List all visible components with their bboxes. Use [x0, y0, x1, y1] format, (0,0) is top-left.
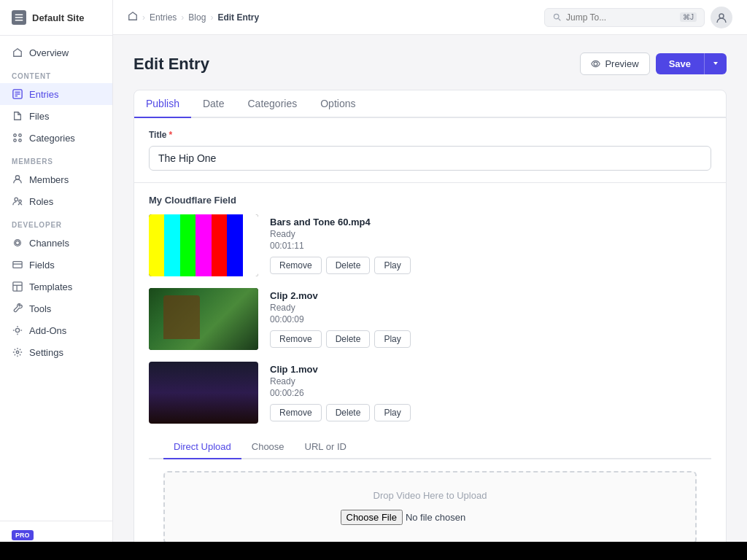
video-thumbnail-1 [149, 214, 258, 276]
delete-button-2[interactable]: Delete [326, 330, 371, 348]
avatar[interactable] [711, 7, 732, 28]
content-area: Edit Entry Preview Save Publish Date [113, 35, 747, 560]
tools-icon [12, 303, 23, 314]
entries-icon [12, 88, 23, 100]
forest-thumbnail [149, 288, 258, 350]
video-thumbnail-3 [149, 362, 258, 424]
svg-point-10 [19, 139, 22, 142]
video-info-2: Clip 2.mov Ready 00:00:09 Remove Delete … [270, 290, 711, 348]
svg-rect-1 [15, 17, 23, 18]
drop-text: Drop Video Here to Upload [182, 490, 678, 501]
sidebar-item-settings[interactable]: Settings [0, 341, 112, 363]
breadcrumb-current: Edit Entry [217, 12, 259, 23]
sidebar-item-channels[interactable]: Channels [0, 232, 112, 254]
sidebar-item-roles[interactable]: Roles [0, 190, 112, 212]
sidebar-item-tools-label: Tools [29, 303, 51, 314]
breadcrumb-home-icon[interactable] [128, 11, 138, 23]
delete-button-1[interactable]: Delete [326, 257, 371, 274]
tab-publish[interactable]: Publish [134, 90, 191, 118]
video-status-3: Ready [270, 376, 711, 386]
breadcrumb-entries[interactable]: Entries [150, 12, 177, 23]
video-filename-3: Clip 1.mov [270, 364, 711, 375]
entry-header: Edit Entry Preview Save [133, 52, 727, 75]
upload-tab-choose[interactable]: Choose [241, 435, 295, 459]
channels-icon [12, 237, 23, 249]
sidebar-item-settings-label: Settings [29, 347, 63, 358]
sidebar-item-entries[interactable]: Entries [0, 83, 112, 105]
bars-thumbnail [149, 214, 258, 276]
search-input[interactable] [566, 12, 676, 23]
svg-point-29 [594, 62, 597, 66]
tab-date[interactable]: Date [191, 90, 236, 118]
sidebar-item-fields[interactable]: Fields [0, 254, 112, 276]
video-item: Clip 1.mov Ready 00:00:26 Remove Delete … [149, 362, 711, 424]
members-icon [12, 174, 23, 185]
video-thumbnail-2 [149, 288, 258, 350]
video-duration-2: 00:00:09 [270, 314, 711, 324]
video-status-1: Ready [270, 229, 711, 239]
play-button-3[interactable]: Play [374, 404, 410, 421]
upload-tab-direct[interactable]: Direct Upload [163, 435, 241, 459]
categories-icon [12, 132, 23, 144]
sidebar-item-templates[interactable]: Templates [0, 276, 112, 298]
sidebar-item-overview[interactable]: Overview [0, 42, 112, 63]
play-button-1[interactable]: Play [374, 257, 410, 274]
cloudflare-section: My Cloudflare Field [134, 183, 726, 560]
form-card: Publish Date Categories Options Title * … [133, 90, 727, 560]
search-icon [552, 12, 562, 22]
svg-rect-15 [13, 262, 22, 268]
sidebar-item-categories[interactable]: Categories [0, 127, 112, 149]
svg-point-28 [719, 14, 724, 18]
sidebar-nav: Overview CONTENT Entries Files Categorie… [0, 36, 112, 521]
video-duration-3: 00:00:26 [270, 388, 711, 398]
delete-button-3[interactable]: Delete [326, 404, 371, 421]
upload-tab-url[interactable]: URL or ID [295, 435, 357, 459]
sidebar-item-overview-label: Overview [29, 47, 69, 58]
sidebar-item-files[interactable]: Files [0, 105, 112, 127]
preview-button[interactable]: Preview [580, 52, 649, 75]
tab-categories[interactable]: Categories [236, 90, 309, 118]
sidebar-item-members[interactable]: Members [0, 168, 112, 190]
svg-point-13 [19, 200, 22, 203]
svg-point-14 [15, 241, 19, 244]
settings-icon [12, 346, 23, 358]
video-actions-3: Remove Delete Play [270, 404, 711, 421]
sidebar-item-addons[interactable]: Add-Ons [0, 319, 112, 341]
dark-thumbnail [149, 362, 258, 424]
topbar: › Entries › Blog › Edit Entry ⌘J [113, 0, 747, 35]
svg-point-11 [15, 176, 19, 179]
sidebar-item-tools[interactable]: Tools [0, 298, 112, 319]
main-area: › Entries › Blog › Edit Entry ⌘J Edit En… [113, 0, 747, 560]
video-status-2: Ready [270, 303, 711, 313]
save-dropdown-button[interactable] [704, 53, 727, 74]
save-button[interactable]: Save [656, 53, 704, 74]
home-icon [12, 47, 23, 58]
remove-button-2[interactable]: Remove [270, 330, 322, 348]
sidebar: Default Site Overview CONTENT Entries Fi… [0, 0, 113, 560]
breadcrumb-sep-3: › [210, 12, 213, 23]
breadcrumb-section[interactable]: Blog [188, 12, 206, 23]
addons-icon [12, 324, 23, 336]
sidebar-item-channels-label: Channels [29, 238, 69, 249]
breadcrumb-sep-1: › [142, 12, 145, 23]
file-input[interactable] [341, 510, 520, 525]
svg-point-7 [14, 134, 17, 137]
site-logo[interactable]: Default Site [0, 0, 112, 36]
content-section-label: CONTENT [0, 63, 112, 83]
upload-tabs: Direct Upload Choose URL or ID [149, 435, 711, 459]
svg-point-25 [16, 351, 19, 354]
remove-button-1[interactable]: Remove [270, 257, 322, 274]
title-input[interactable] [149, 146, 711, 171]
sidebar-item-roles-label: Roles [29, 196, 53, 207]
save-group: Save [656, 53, 727, 74]
members-section-label: MEMBERS [0, 149, 112, 168]
tab-options[interactable]: Options [309, 90, 367, 118]
play-button-2[interactable]: Play [374, 330, 410, 348]
cloudflare-field-label: My Cloudflare Field [149, 195, 711, 206]
video-duration-1: 00:01:11 [270, 241, 711, 251]
svg-point-20 [15, 328, 19, 332]
remove-button-3[interactable]: Remove [270, 404, 322, 421]
svg-rect-0 [15, 15, 23, 16]
page-title: Edit Entry [133, 55, 209, 74]
topbar-search[interactable]: ⌘J [544, 8, 705, 27]
